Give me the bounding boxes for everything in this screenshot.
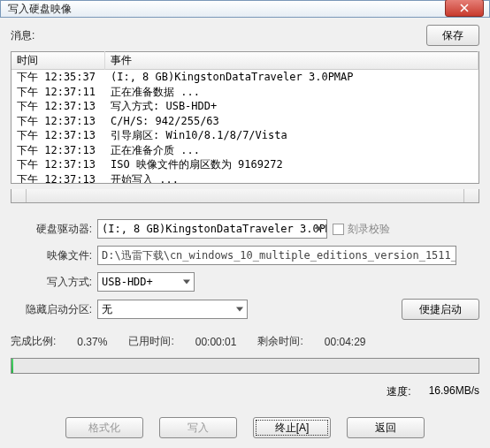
log-time: 下午 12:37:13	[17, 157, 105, 172]
percent-label: 完成比例:	[11, 334, 56, 349]
drive-label: 硬盘驱动器:	[11, 222, 92, 237]
log-event: 写入方式: USB-HDD+	[105, 99, 473, 114]
log-row[interactable]: 下午 12:37:11正在准备数据 ...	[11, 85, 479, 100]
remain-label: 剩余时间:	[257, 334, 302, 349]
col-time-header[interactable]: 时间	[11, 51, 105, 70]
log-header: 时间 事件	[11, 52, 479, 70]
log-event: (I:, 8 GB)KingstonDataTraveler 3.0PMAP	[105, 70, 473, 85]
verify-checkbox[interactable]: 刻录校验	[333, 222, 390, 237]
log-row[interactable]: 下午 12:37:13写入方式: USB-HDD+	[11, 99, 479, 114]
log-row[interactable]: 下午 12:37:13引导扇区: Win10/8.1/8/7/Vista	[11, 128, 479, 143]
speed-row: 速度: 16.96MB/s	[11, 384, 479, 399]
message-row: 消息: 保存	[11, 25, 479, 46]
back-button[interactable]: 返回	[347, 417, 425, 438]
horizontal-scrollbar[interactable]	[11, 189, 479, 203]
speed-label: 速度:	[387, 384, 410, 399]
mode-label: 写入方式:	[11, 275, 92, 290]
progress-info: 完成比例: 0.37% 已用时间: 00:00:01 剩余时间: 00:04:2…	[11, 334, 479, 349]
log-time: 下午 12:37:13	[17, 114, 105, 129]
log-row[interactable]: 下午 12:37:13开始写入 ...	[11, 172, 479, 184]
log-event: 开始写入 ...	[105, 172, 473, 184]
window-title: 写入硬盘映像	[8, 2, 445, 17]
close-icon	[460, 4, 469, 12]
elapsed-value: 00:00:01	[195, 336, 237, 348]
log-event: 正在准备数据 ...	[105, 85, 473, 100]
image-label: 映像文件:	[11, 248, 92, 263]
form: 硬盘驱动器: (I:, 8 GB)KingstonDataTraveler 3.…	[11, 219, 479, 320]
percent-value: 0.37%	[77, 336, 107, 348]
log-time: 下午 12:37:13	[17, 172, 105, 184]
mode-combo[interactable]: USB-HDD+	[97, 272, 195, 292]
log-time: 下午 12:37:13	[17, 99, 105, 114]
content: 消息: 保存 时间 事件 下午 12:35:37(I:, 8 GB)Kingst…	[0, 18, 490, 448]
close-button[interactable]	[445, 0, 484, 17]
hidden-row: 隐藏启动分区: 无 便捷启动	[11, 299, 479, 320]
elapsed-label: 已用时间:	[128, 334, 173, 349]
log-row[interactable]: 下午 12:37:13C/H/S: 942/255/63	[11, 114, 479, 129]
format-button[interactable]: 格式化	[65, 417, 143, 438]
abort-button[interactable]: 终止[A]	[253, 417, 331, 438]
log-time: 下午 12:35:37	[17, 70, 105, 85]
drive-combo[interactable]: (I:, 8 GB)KingstonDataTraveler 3.0PMAP	[97, 219, 327, 239]
log-time: 下午 12:37:11	[17, 85, 105, 100]
image-field[interactable]: D:\迅雷下载\cn_windows_10_multiple_editions_…	[97, 246, 456, 265]
verify-label: 刻录校验	[348, 222, 390, 237]
window: 写入硬盘映像 消息: 保存 时间 事件 下午 12:35:37(I:, 8 GB…	[0, 0, 490, 448]
action-row: 格式化 写入 终止[A] 返回	[11, 417, 479, 438]
hidden-label: 隐藏启动分区:	[11, 302, 92, 317]
log-body[interactable]: 下午 12:35:37(I:, 8 GB)KingstonDataTravele…	[11, 70, 479, 183]
col-event-header[interactable]: 事件	[105, 51, 479, 70]
message-label: 消息:	[11, 28, 419, 43]
speed-value: 16.96MB/s	[429, 384, 479, 399]
log-event: 引导扇区: Win10/8.1/8/7/Vista	[105, 128, 473, 143]
save-button[interactable]: 保存	[426, 25, 479, 46]
log-time: 下午 12:37:13	[17, 143, 105, 158]
mode-row: 写入方式: USB-HDD+	[11, 272, 479, 292]
remain-value: 00:04:29	[325, 336, 366, 348]
image-row: 映像文件: D:\迅雷下载\cn_windows_10_multiple_edi…	[11, 246, 479, 265]
progress-bar	[11, 358, 479, 374]
hidden-combo[interactable]: 无	[97, 300, 248, 319]
quick-boot-button[interactable]: 便捷启动	[402, 299, 479, 320]
log-list[interactable]: 时间 事件 下午 12:35:37(I:, 8 GB)KingstonDataT…	[11, 51, 479, 184]
log-event: ISO 映像文件的扇区数为 9169272	[105, 157, 473, 172]
log-time: 下午 12:37:13	[17, 128, 105, 143]
write-button[interactable]: 写入	[159, 417, 237, 438]
log-event: 正在准备介质 ...	[105, 143, 473, 158]
log-row[interactable]: 下午 12:37:13ISO 映像文件的扇区数为 9169272	[11, 157, 479, 172]
log-row[interactable]: 下午 12:35:37(I:, 8 GB)KingstonDataTravele…	[11, 70, 479, 85]
drive-row: 硬盘驱动器: (I:, 8 GB)KingstonDataTraveler 3.…	[11, 219, 479, 239]
log-row[interactable]: 下午 12:37:13正在准备介质 ...	[11, 143, 479, 158]
progress-fill	[11, 359, 13, 373]
checkbox-icon	[333, 224, 344, 235]
titlebar[interactable]: 写入硬盘映像	[0, 0, 490, 18]
log-event: C/H/S: 942/255/63	[105, 114, 473, 129]
